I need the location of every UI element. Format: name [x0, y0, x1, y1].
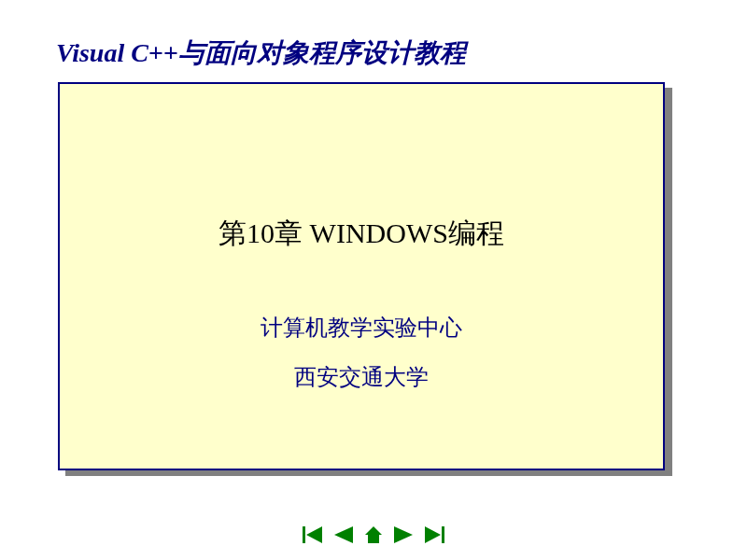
home-button[interactable]: [360, 524, 387, 546]
svg-rect-0: [303, 526, 305, 543]
svg-marker-1: [306, 526, 322, 543]
first-page-button[interactable]: [301, 524, 327, 546]
svg-rect-4: [368, 535, 379, 543]
subtitle-university: 西安交通大学: [60, 362, 663, 392]
next-page-button[interactable]: [390, 524, 416, 546]
svg-marker-5: [394, 526, 413, 543]
svg-marker-2: [334, 526, 353, 543]
subtitle-organization: 计算机教学实验中心: [60, 313, 663, 343]
navigation-controls: [301, 524, 446, 546]
previous-page-button[interactable]: [331, 524, 357, 546]
chapter-title: 第10章 WINDOWS编程: [60, 215, 663, 253]
content-box: 第10章 WINDOWS编程 计算机教学实验中心 西安交通大学: [58, 82, 665, 470]
last-page-button[interactable]: [420, 524, 446, 546]
svg-marker-3: [365, 526, 382, 535]
svg-marker-6: [425, 526, 441, 543]
page-title: Visual C++与面向对象程序设计教程: [56, 35, 466, 71]
svg-rect-7: [442, 526, 444, 543]
